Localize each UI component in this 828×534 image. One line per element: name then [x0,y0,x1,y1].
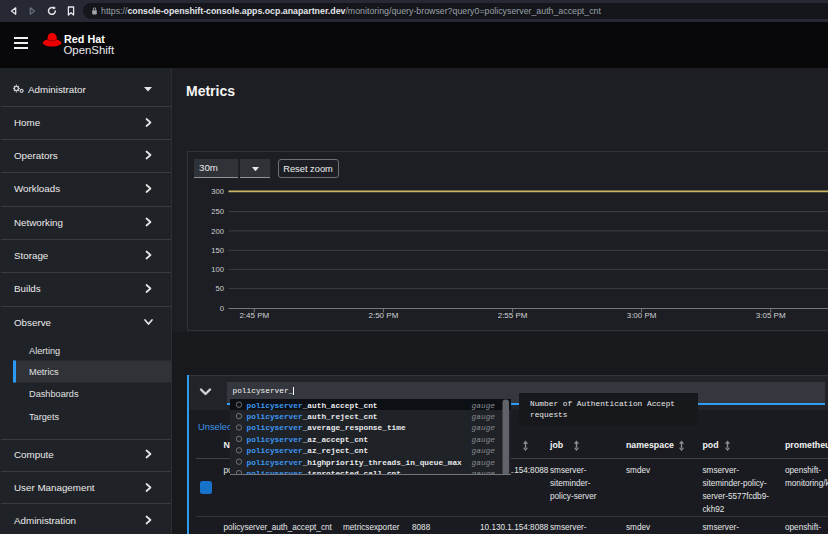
svg-text:_highpriority_threads_in_queue: _highpriority_threads_in_queue_max [302,458,462,466]
svg-text:_isprotected_call_cnt: _isprotected_call_cnt [302,470,401,476]
svg-text:gauge: gauge [472,424,496,432]
svg-text:gauge: gauge [472,435,496,443]
svg-text:gauge: gauge [472,447,496,455]
svg-text:policyserver: policyserver [247,470,303,476]
svg-text:_average_response_time: _average_response_time [302,424,406,432]
svg-text:policyserver: policyserver [247,435,303,443]
svg-text:_az_reject_cnt: _az_reject_cnt [302,447,369,455]
svg-text:policyserver: policyserver [247,447,303,455]
svg-text:_auth_reject_cnt: _auth_reject_cnt [302,413,378,421]
svg-text:policyserver: policyserver [247,458,303,466]
svg-text:_auth_accept_cnt: _auth_accept_cnt [302,401,378,409]
svg-text:gauge: gauge [472,413,496,421]
svg-text:gauge: gauge [472,401,496,409]
svg-text:_az_accept_cnt: _az_accept_cnt [302,435,369,443]
svg-text:gauge: gauge [472,470,496,476]
svg-text:policyserver: policyserver [247,413,303,421]
svg-text:policyserver: policyserver [247,401,303,409]
svg-text:gauge: gauge [472,458,496,466]
svg-text:policyserver: policyserver [247,424,303,432]
